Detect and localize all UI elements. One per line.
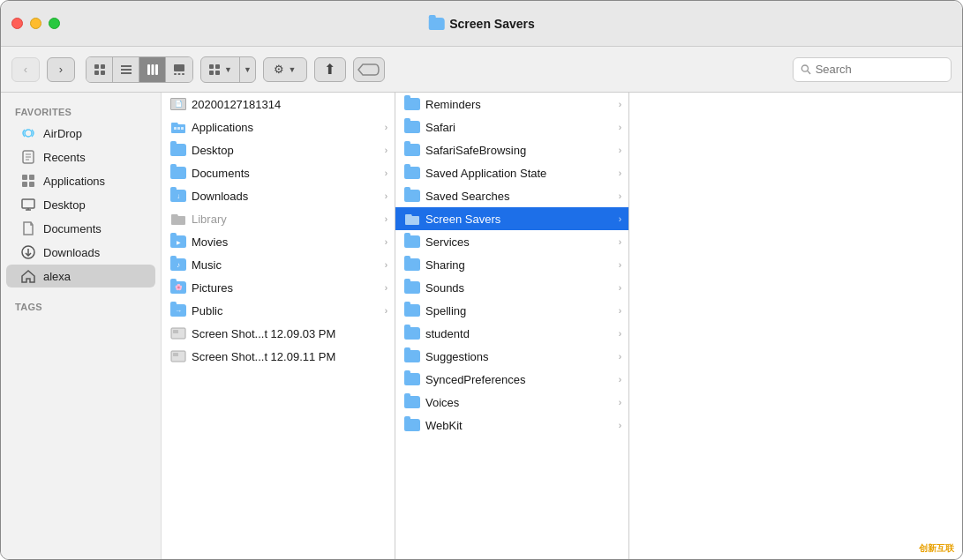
list-item[interactable]: Reminders ›	[395, 93, 628, 116]
minimize-button[interactable]	[30, 18, 41, 29]
sidebar-item-applications[interactable]: Applications	[6, 169, 155, 192]
group-button[interactable]: ▼ ▼	[200, 56, 256, 83]
chevron-icon: ›	[385, 123, 387, 132]
share-button[interactable]: ⬆	[314, 57, 346, 82]
svg-rect-26	[29, 175, 34, 180]
list-item[interactable]: studentd ›	[395, 322, 628, 345]
list-item[interactable]: Screen Shot...t 12.09.11 PM	[162, 345, 395, 368]
item-label: Services	[425, 235, 613, 249]
list-item[interactable]: SafariSafeBrowsing ›	[395, 138, 628, 161]
svg-rect-35	[177, 127, 180, 130]
view-column-button[interactable]	[139, 57, 166, 82]
maximize-button[interactable]	[49, 18, 60, 29]
group-button-main[interactable]: ▼	[201, 57, 239, 82]
list-item[interactable]: Pictures ›	[162, 276, 395, 299]
tag-button[interactable]	[353, 57, 385, 82]
svg-rect-8	[151, 64, 154, 75]
back-icon: ‹	[24, 63, 27, 76]
tags-section: Tags	[1, 295, 161, 316]
list-item[interactable]: Documents ›	[162, 161, 395, 184]
item-label: Movies	[192, 235, 380, 249]
list-item[interactable]: Suggestions ›	[395, 345, 628, 368]
main-content: Favorites AirDrop Recents	[1, 93, 962, 559]
forward-button[interactable]: ›	[47, 57, 75, 82]
folder-icon	[404, 121, 420, 134]
list-item[interactable]: Sounds ›	[395, 276, 628, 299]
list-item[interactable]: SyncedPreferences ›	[395, 368, 628, 391]
chevron-icon: ›	[619, 146, 621, 155]
svg-rect-1	[101, 64, 105, 69]
list-item[interactable]: Downloads ›	[162, 184, 395, 207]
apps-folder-icon	[170, 121, 186, 134]
sidebar-item-desktop[interactable]: Desktop	[6, 193, 155, 216]
traffic-lights	[11, 18, 60, 29]
search-input[interactable]	[816, 63, 944, 76]
documents-icon	[20, 220, 36, 236]
group-arrow-button[interactable]: ▼	[239, 57, 255, 82]
screenshot-icon	[170, 327, 186, 340]
list-item[interactable]: Screen Shot...t 12.09.03 PM	[162, 322, 395, 345]
view-gallery-button[interactable]	[166, 57, 192, 82]
list-item[interactable]: Applications ›	[162, 116, 395, 138]
close-button[interactable]	[11, 18, 23, 29]
sidebar-item-airdrop[interactable]: AirDrop	[6, 122, 155, 145]
gear-button[interactable]: ⚙ ▼	[263, 57, 307, 82]
item-label: Suggestions	[425, 350, 613, 363]
svg-rect-40	[173, 353, 178, 356]
item-label: Public	[192, 304, 380, 317]
folder-icon	[404, 396, 420, 409]
back-button[interactable]: ‹	[11, 57, 40, 82]
item-label: studentd	[425, 327, 613, 340]
group-dropdown-arrow: ▼	[224, 65, 232, 74]
list-item[interactable]: 📄 20200127181314	[162, 93, 395, 116]
view-icon-button[interactable]	[87, 57, 113, 82]
list-item[interactable]: Desktop ›	[162, 138, 395, 161]
column-3: 创新互联	[629, 93, 962, 559]
item-label: Screen Savers	[425, 213, 613, 226]
search-box[interactable]	[793, 57, 952, 82]
list-item-selected[interactable]: Screen Savers ›	[395, 207, 628, 230]
list-item[interactable]: Movies ›	[162, 230, 395, 253]
svg-rect-5	[121, 69, 132, 71]
favorites-section-title: Favorites	[1, 100, 161, 121]
svg-rect-25	[22, 175, 27, 180]
folder-icon	[170, 167, 186, 180]
documents-label: Documents	[43, 222, 141, 235]
list-item[interactable]: Saved Searches ›	[395, 184, 628, 207]
item-label: Library	[192, 213, 380, 226]
list-item[interactable]: Safari ›	[395, 116, 628, 138]
list-item[interactable]: WebKit ›	[395, 414, 628, 437]
folder-icon	[404, 98, 420, 111]
library-icon	[170, 213, 186, 226]
view-list-button[interactable]	[113, 57, 139, 82]
list-item[interactable]: Spelling ›	[395, 299, 628, 322]
column-1: 📄 20200127181314 Applications ›	[162, 93, 395, 559]
title-bar: Screen Savers	[1, 1, 962, 47]
chevron-icon: ›	[619, 237, 621, 247]
list-item[interactable]: Music ›	[162, 253, 395, 276]
chevron-icon: ›	[619, 260, 621, 270]
item-label: Reminders	[425, 98, 613, 111]
sidebar-item-recents[interactable]: Recents	[6, 146, 155, 168]
sidebar-item-documents[interactable]: Documents	[6, 217, 155, 240]
list-item[interactable]: Library ›	[162, 207, 395, 230]
sidebar-item-alexa[interactable]: alexa	[6, 265, 155, 287]
chevron-icon: ›	[619, 123, 621, 132]
svg-rect-34	[174, 127, 177, 130]
svg-rect-11	[174, 73, 177, 75]
item-label: Sounds	[425, 281, 613, 295]
chevron-icon: ›	[385, 146, 387, 155]
folder-icon	[404, 304, 420, 317]
gear-dropdown-arrow: ▼	[288, 65, 296, 74]
item-label: Desktop	[192, 144, 380, 157]
column-2: Reminders › Safari › SafariSafeBrowsing …	[395, 93, 629, 559]
item-label: Saved Application State	[425, 167, 613, 180]
list-item[interactable]: Sharing ›	[395, 253, 628, 276]
list-item[interactable]: Public ›	[162, 299, 395, 322]
sidebar-item-downloads[interactable]: Downloads	[6, 241, 155, 264]
chevron-icon: ›	[619, 191, 621, 201]
list-item[interactable]: Saved Application State ›	[395, 161, 628, 184]
list-item[interactable]: Services ›	[395, 230, 628, 253]
folder-icon	[404, 190, 420, 203]
list-item[interactable]: Voices ›	[395, 391, 628, 414]
